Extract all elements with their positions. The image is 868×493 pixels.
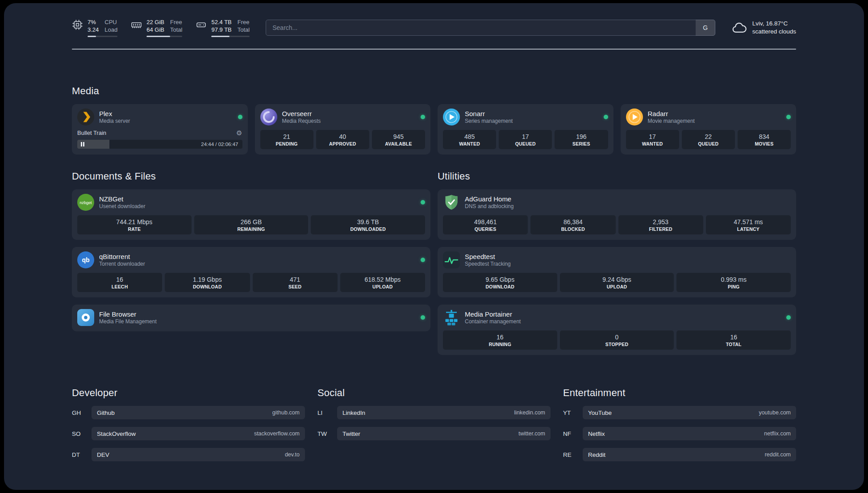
plex-icon	[77, 109, 94, 125]
status-dot	[421, 115, 425, 119]
bookmark-link[interactable]: YouTube youtube.com	[583, 406, 796, 419]
bookmark-twitter: TW Twitter twitter.com	[317, 427, 551, 440]
memory-values: 22 GiB 64 GiB	[146, 18, 164, 33]
status-dot	[421, 315, 425, 320]
cpu-usage-bar	[88, 36, 117, 37]
search-input[interactable]	[266, 20, 715, 36]
stat-tile: 9.65 Gbps DOWNLOAD	[443, 273, 557, 292]
section-utilities: Utilities	[438, 171, 796, 355]
cpu-values: 7% 3.24	[88, 18, 99, 33]
stat-tile: 2,953 FILTERED	[618, 215, 703, 234]
bookmark-linkedin: LI LinkedIn linkedin.com	[317, 406, 551, 419]
stat-tile: 266 GB REMAINING	[194, 215, 309, 234]
bookmark-link[interactable]: Github github.com	[92, 406, 305, 419]
disk-values: 52.4 TB 97.9 TB	[211, 18, 231, 33]
service-desc: Series management	[465, 118, 513, 124]
service-name: AdGuard Home	[465, 195, 513, 203]
service-name: Sonarr	[465, 110, 513, 117]
cpu-load-value: 3.24	[88, 26, 99, 33]
bookmark-link[interactable]: StackOverflow stackoverflow.com	[92, 427, 305, 440]
bookmark-abbr: LI	[317, 409, 331, 416]
bookmark-abbr: RE	[563, 451, 576, 458]
memory-free-value: 22 GiB	[146, 18, 164, 26]
service-desc: Media Requests	[282, 118, 321, 124]
weather-location: Lviv, 16.87°C	[752, 20, 796, 28]
stat-tile: 16 RUNNING	[443, 330, 557, 350]
bookmark-group-social: Social LI LinkedIn linkedin.com TW Twitt…	[317, 387, 551, 461]
bookmark-abbr: GH	[72, 409, 85, 416]
bookmark-link[interactable]: DEV dev.to	[92, 448, 305, 461]
service-desc: Media File Management	[99, 318, 157, 325]
cpu-labels: CPU Load	[104, 18, 117, 33]
service-card-overseerr[interactable]: Overseerr Media Requests 21 PENDING 40 A…	[255, 104, 431, 155]
service-name: qBittorrent	[99, 253, 145, 260]
stat-tile: 485 WANTED	[443, 130, 496, 149]
section-media: Media Plex Media server	[72, 85, 796, 155]
pause-icon[interactable]	[81, 142, 84, 146]
service-name: Media Portainer	[465, 310, 521, 318]
bookmark-link[interactable]: Twitter twitter.com	[337, 427, 551, 440]
adguard-icon	[443, 194, 460, 211]
stat-tile: 744.21 Mbps RATE	[77, 215, 192, 234]
speedtest-icon	[443, 251, 460, 268]
bookmark-abbr: TW	[317, 430, 331, 437]
stat-tile: 0.993 ms PING	[676, 273, 791, 292]
stat-tile: 1.19 Gbps DOWNLOAD	[165, 273, 250, 292]
search-bar: G	[266, 20, 715, 36]
bookmark-abbr: SO	[72, 430, 85, 437]
bookmark-link[interactable]: Netflix netflix.com	[583, 427, 796, 440]
memory-widget: 22 GiB 64 GiB Free Total	[131, 18, 182, 37]
service-card-adguard[interactable]: AdGuard Home DNS and adblocking 498,461 …	[438, 189, 796, 240]
now-playing-title: Bullet Train	[77, 130, 106, 136]
service-desc: Torrent downloader	[99, 261, 145, 267]
bookmark-dev: DT DEV dev.to	[72, 448, 305, 461]
disk-icon	[196, 19, 207, 30]
service-card-radarr[interactable]: Radarr Movie management 17 WANTED 22 QUE…	[621, 104, 797, 155]
resource-monitors: 7% 3.24 CPU Load	[72, 18, 250, 37]
bookmark-link[interactable]: Reddit reddit.com	[583, 448, 796, 461]
dashboard-content: 7% 3.24 CPU Load	[4, 3, 864, 461]
service-desc: Movie management	[648, 118, 695, 124]
service-card-portainer[interactable]: Media Portainer Container management 16 …	[438, 305, 796, 355]
gear-icon[interactable]: ⚙	[236, 130, 242, 136]
service-desc: Container management	[465, 318, 521, 325]
stat-tile: 17 WANTED	[626, 130, 679, 149]
service-name: NZBGet	[99, 195, 145, 203]
service-card-qbittorrent[interactable]: qb qBittorrent Torrent downloader 16	[72, 247, 430, 297]
top-bar: 7% 3.24 CPU Load	[72, 18, 796, 37]
service-name: Radarr	[648, 110, 695, 117]
stat-tile: 945 AVAILABLE	[372, 130, 425, 149]
svg-text:nzbget: nzbget	[79, 201, 92, 205]
stat-tile: 21 PENDING	[260, 130, 313, 149]
filebrowser-icon	[77, 309, 94, 326]
service-card-nzbget[interactable]: nzbget NZBGet Usenet downloader 744.21 M…	[72, 189, 430, 240]
bookmark-abbr: YT	[563, 409, 576, 416]
section-title-documents-files: Documents & Files	[72, 171, 430, 182]
disk-labels: Free Total	[238, 18, 250, 33]
bookmark-reddit: RE Reddit reddit.com	[563, 448, 796, 461]
bookmark-abbr: DT	[72, 451, 85, 458]
section-documents-files: Documents & Files nzbget NZBGet Usenet d…	[72, 171, 430, 331]
radarr-icon	[626, 109, 643, 125]
bookmark-link[interactable]: LinkedIn linkedin.com	[337, 406, 551, 419]
service-card-speedtest[interactable]: Speedtest Speedtest Tracking 9.65 Gbps D…	[438, 247, 796, 297]
status-dot	[238, 115, 242, 119]
service-card-filebrowser[interactable]: File Browser Media File Management	[72, 305, 430, 331]
weather-widget: Lviv, 16.87°C scattered clouds	[731, 20, 796, 36]
stat-tile: 498,461 QUERIES	[443, 215, 528, 234]
search-provider-button[interactable]: G	[696, 20, 715, 36]
stat-tile: 47.571 ms LATENCY	[706, 215, 791, 234]
sonarr-icon	[443, 109, 460, 125]
service-card-sonarr[interactable]: Sonarr Series management 485 WANTED 17 Q…	[438, 104, 613, 155]
service-desc: Usenet downloader	[99, 203, 145, 209]
disk-usage-bar	[211, 36, 250, 37]
stat-tile: 834 MOVIES	[738, 130, 791, 149]
playback-progress-bar[interactable]: 24:44 / 02:06:47	[77, 140, 242, 149]
section-title-entertainment: Entertainment	[563, 387, 796, 399]
bookmark-github: GH Github github.com	[72, 406, 305, 419]
service-card-plex[interactable]: Plex Media server Bullet Train ⚙ 24:44 /…	[72, 104, 248, 155]
disk-free-value: 52.4 TB	[211, 18, 231, 26]
qbittorrent-icon: qb	[77, 251, 94, 268]
svg-text:qb: qb	[82, 256, 89, 263]
service-desc: Speedtest Tracking	[465, 261, 511, 267]
